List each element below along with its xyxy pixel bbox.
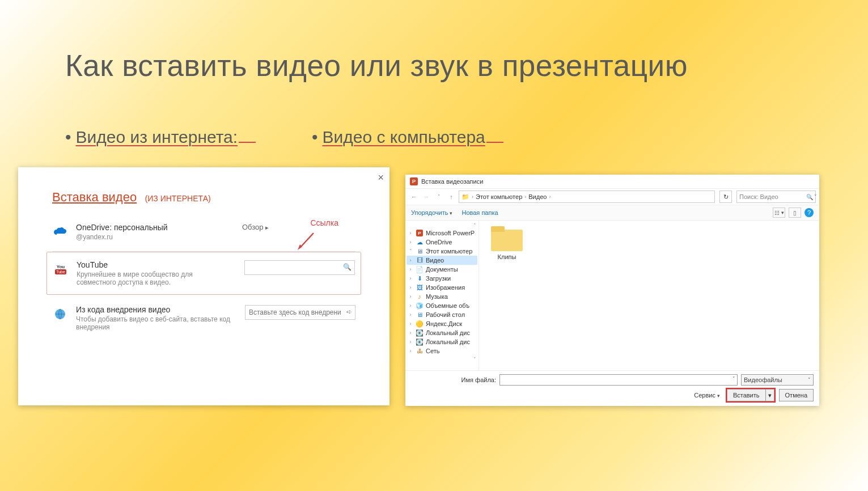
chevron-right-icon: › xyxy=(524,194,526,200)
tree-caret-icon[interactable]: › xyxy=(408,285,413,290)
chevron-down-icon: ▾ xyxy=(450,210,452,216)
filetype-label: Видеофайлы xyxy=(744,376,782,383)
back-button[interactable]: ← xyxy=(409,193,419,200)
tree-icon: ♪ xyxy=(416,293,424,300)
search-input[interactable]: Поиск: Видео 🔍 xyxy=(736,191,816,203)
help-icon[interactable]: ? xyxy=(805,208,814,217)
tree-label: OneDrive xyxy=(426,239,452,246)
organize-button[interactable]: Упорядочить▾ xyxy=(411,209,452,216)
up-button[interactable]: ↑ xyxy=(446,193,456,200)
file-open-dialog: P Вставка видеозаписи ← → ˅ ↑ 📁 › Этот к… xyxy=(405,175,819,406)
tree-label: Локальный дис xyxy=(426,329,470,336)
tree-item[interactable]: ›⬇Загрузки xyxy=(407,274,477,283)
tree-icon: 🎞 xyxy=(416,256,424,264)
breadcrumb[interactable]: 📁 › Этот компьютер › Видео › ˅ xyxy=(459,191,715,203)
bullet-internet-text: Видео из интернета: xyxy=(76,128,238,146)
tree-icon: 📄 xyxy=(416,265,424,273)
youtube-row[interactable]: You Tube YouTube Крупнейшее в мире сообщ… xyxy=(46,252,361,295)
scroll-up-icon[interactable]: ˄ xyxy=(407,223,477,228)
tree-caret-icon[interactable]: ˅ xyxy=(408,248,413,254)
dialog-footer: Имя файла: ˅ Видеофайлы ˅ Сервис▾ Встави… xyxy=(405,370,819,406)
bullet-internet: •Видео из интернета: xyxy=(65,128,256,147)
tree-item[interactable]: ˅🖥Этот компьютер xyxy=(407,247,477,256)
youtube-title: YouTube xyxy=(77,260,234,269)
dialog-titlebar: P Вставка видеозаписи xyxy=(405,175,819,188)
tree-item[interactable]: ›🎞Видео xyxy=(407,256,477,265)
tree-caret-icon[interactable]: › xyxy=(408,330,413,336)
tree-icon: 🖼 xyxy=(416,283,424,291)
toolbar: Упорядочить▾ Новая папка ☷▾ ▯ ? xyxy=(405,205,819,221)
insert-online-video-dialog: × Вставка видео (ИЗ ИНТЕРНЕТА) OneDrive:… xyxy=(18,167,389,405)
view-button[interactable]: ☷▾ xyxy=(773,208,785,218)
go-icon[interactable]: ➪ xyxy=(346,308,352,316)
search-icon: 🔍 xyxy=(806,194,813,200)
tree-item[interactable]: ›💽Локальный дис xyxy=(407,337,477,346)
scroll-down-icon[interactable]: ˅ xyxy=(407,357,477,362)
insert-dropdown-button[interactable]: ▾ xyxy=(765,389,774,401)
tools-button[interactable]: Сервис▾ xyxy=(694,392,720,399)
tree-caret-icon[interactable]: › xyxy=(408,266,413,272)
file-list[interactable]: Клипы xyxy=(479,221,819,370)
folder-icon xyxy=(491,226,523,251)
tree-caret-icon[interactable]: › xyxy=(408,276,413,281)
tree-item[interactable]: ›📄Документы xyxy=(407,265,477,274)
tree-icon: P xyxy=(416,229,424,237)
chevron-down-icon[interactable]: ˅ xyxy=(732,376,735,382)
bullet-computer: •Видео с компьютера xyxy=(312,128,503,147)
new-folder-button[interactable]: Новая папка xyxy=(461,209,498,216)
breadcrumb-seg-0[interactable]: Этот компьютер xyxy=(476,193,522,200)
nav-tree[interactable]: ˄ ›PMicrosoft PowerP›☁OneDrive˅🖥Этот ком… xyxy=(405,221,479,370)
close-icon[interactable]: × xyxy=(378,172,384,184)
tree-label: Музыка xyxy=(426,293,448,300)
chevron-down-icon[interactable]: ˅ xyxy=(814,194,817,200)
youtube-sub: Крупнейшее в мире сообщество для совмест… xyxy=(77,270,234,286)
tree-caret-icon[interactable]: › xyxy=(408,321,413,327)
youtube-icon: You Tube xyxy=(53,261,69,277)
tree-item[interactable]: ›☁OneDrive xyxy=(407,238,477,247)
tree-caret-icon[interactable]: › xyxy=(408,239,413,245)
tree-item[interactable]: ›🖼Изображения xyxy=(407,283,477,292)
refresh-button[interactable]: ↻ xyxy=(719,191,732,203)
tree-caret-icon[interactable]: › xyxy=(408,303,413,308)
tree-item[interactable]: ›🟡Яндекс.Диск xyxy=(407,319,477,328)
onedrive-row[interactable]: OneDrive: персональный @yandex.ru Обзор … xyxy=(52,213,355,252)
folder-label: Клипы xyxy=(498,253,516,260)
tree-item[interactable]: ›♪Музыка xyxy=(407,292,477,301)
filetype-combo[interactable]: Видеофайлы ˅ xyxy=(741,374,814,386)
folder-item[interactable]: Клипы xyxy=(487,226,527,260)
insert-button[interactable]: Вставить xyxy=(727,389,765,401)
forward-button[interactable]: → xyxy=(421,193,431,200)
tree-label: Microsoft PowerP xyxy=(426,230,475,236)
dialog-title: Вставка видео xyxy=(52,190,137,204)
preview-pane-button[interactable]: ▯ xyxy=(789,208,801,218)
tree-label: Сеть xyxy=(426,348,439,354)
cancel-button[interactable]: Отмена xyxy=(779,389,814,401)
tree-item[interactable]: ›💽Локальный дис xyxy=(407,328,477,337)
youtube-search-input[interactable] xyxy=(244,260,355,275)
onedrive-icon xyxy=(52,224,68,240)
tree-caret-icon[interactable]: › xyxy=(408,339,413,345)
tree-caret-icon[interactable]: › xyxy=(408,348,413,354)
search-icon[interactable]: 🔍 xyxy=(343,263,352,271)
chevron-right-icon: › xyxy=(472,194,473,200)
tree-item[interactable]: ›🧊Объемные объ xyxy=(407,301,477,310)
breadcrumb-seg-1[interactable]: Видео xyxy=(528,193,547,200)
tree-item[interactable]: ›🖧Сеть xyxy=(407,346,477,355)
tree-item[interactable]: ›🖥Рабочий стол xyxy=(407,310,477,319)
nav-bar: ← → ˅ ↑ 📁 › Этот компьютер › Видео › ˅ ↻… xyxy=(405,188,819,205)
search-placeholder: Поиск: Видео xyxy=(739,193,778,200)
filename-label: Имя файла: xyxy=(461,376,496,383)
filename-input[interactable] xyxy=(499,374,738,386)
tree-caret-icon[interactable]: › xyxy=(408,294,413,299)
tree-icon: ⬇ xyxy=(416,274,424,282)
embed-code-input[interactable] xyxy=(245,305,355,320)
recent-button[interactable]: ˅ xyxy=(434,194,444,200)
browse-link[interactable]: Обзор xyxy=(242,223,269,231)
globe-icon xyxy=(52,306,68,322)
tree-caret-icon[interactable]: › xyxy=(408,257,413,263)
tree-caret-icon[interactable]: › xyxy=(408,312,413,318)
embed-row[interactable]: Из кода внедрения видео Чтобы добавить в… xyxy=(52,295,355,341)
tree-caret-icon[interactable]: › xyxy=(408,230,413,236)
embed-title: Из кода внедрения видео xyxy=(76,305,234,314)
tree-item[interactable]: ›PMicrosoft PowerP xyxy=(407,228,477,238)
